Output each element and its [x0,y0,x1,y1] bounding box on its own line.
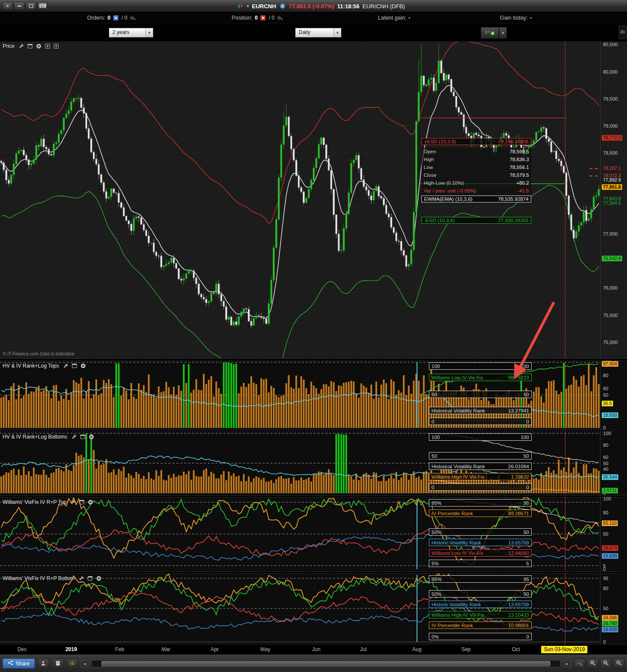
price-tag[interactable]: 78,772.3 [602,135,622,141]
timeframe-select[interactable]: Daily ▾ [295,28,341,37]
position-settings-icon[interactable] [277,15,283,21]
price-tag[interactable]: 97.504 [602,361,618,367]
panel-settings-wrench-icon[interactable] [63,363,69,369]
price-tag[interactable]: 2.5711 [602,488,618,493]
price-tag[interactable]: 18.659 [602,412,618,418]
ohlc-row: High-Low (0.10%)+80.2 [421,179,531,187]
time-axis-label: Jul [360,646,367,652]
indicator-axis[interactable]: 958050034.06628.78019.839 [600,574,627,644]
close-position-icon[interactable] [260,15,266,21]
indicator-panel-header: HV & IV Rank+Log Tops [3,363,87,369]
time-axis-label: Jun [312,646,320,652]
panel-settings-wrench-icon[interactable] [18,43,24,49]
symbol-dropdown-icon[interactable]: ▾ [247,4,249,8]
move-panel-up-icon[interactable] [53,43,59,49]
panel-window-icon[interactable] [27,43,33,49]
maximize-window-icon[interactable] [26,2,36,10]
scroll-left-icon[interactable]: ◂ [81,660,88,667]
panel-window-icon[interactable] [79,499,85,505]
price-info-box: +ESD (10,3,6)79,146.16906 Open78,599.5Hi… [421,138,531,224]
price-tag[interactable]: 26.544 [602,474,618,480]
edit-chart-icon[interactable] [574,658,585,669]
panel-close-icon[interactable] [88,434,94,440]
panel-title: Williams' VixFix IV R+P Bottom [3,575,75,581]
price-axis[interactable]: 80,50080,00079,50079,00078,50077,00076,0… [600,41,627,358]
titlebar-symbol-cluster: ▾ EURCNH 77,861.8 (-0.07%) 11:18:56 EUR/… [237,0,405,12]
panel-close-icon[interactable] [80,363,87,369]
price-tag[interactable]: 36.5 [602,401,613,406]
symbol-name[interactable]: EURCNH [252,3,276,10]
zoom-in-icon[interactable] [600,658,611,669]
panel-window-icon[interactable] [87,575,94,581]
ewma-row: EWMA(EMA) (10,3,6)78,535.92874 [421,196,531,203]
price-tag[interactable]: 28.674 [602,545,618,551]
minimize-window-icon[interactable] [14,2,24,10]
zoom-selection-icon[interactable] [587,658,598,669]
price-tag[interactable]: 77,861.8 [602,184,622,190]
zoom-out-icon[interactable] [613,658,624,669]
indicator-plot[interactable] [0,497,600,571]
orders-group: Orders: 0 / 0 [87,15,136,21]
time-axis-label: Feb [115,646,125,652]
time-axis-label: Oct [512,646,520,652]
share-button[interactable]: Share [3,658,35,669]
chart-style-buttons: ▾ [481,27,507,39]
price-tag[interactable]: 77,992.9 [602,177,622,183]
indicator-plot[interactable] [0,574,600,644]
panel-settings-wrench-icon[interactable] [71,434,77,440]
latent-gain-group: Latent gain: - [378,15,411,21]
axis-label: 80,000 [603,69,618,74]
price-tag[interactable]: 77,564.5 [602,200,622,206]
panel-close-icon[interactable] [88,499,94,505]
panel-settings-wrench-icon[interactable] [70,499,77,505]
panel-settings-wrench-icon[interactable] [78,575,85,581]
indicator-plot[interactable] [0,432,600,495]
positions-list-icon[interactable] [67,658,78,669]
add-chart-button[interactable] [481,27,499,39]
panel-title: Price [3,43,14,49]
statusbar: Orders: 0 / 0 Position: 0 / 0 Latent gai… [0,12,627,24]
time-axis-label: Sep [462,646,471,652]
panel-close-icon[interactable] [35,43,42,49]
profile-icon[interactable] [38,658,49,669]
chart-scrollbar[interactable] [91,660,560,667]
axis-label: 100 [603,431,611,436]
panel-window-icon[interactable] [79,434,86,440]
price-tag[interactable]: 19.839 [602,627,618,632]
indicator-axis[interactable]: 100806050097.50436.518.659 [600,361,627,430]
axis-label: 79,000 [603,123,618,128]
orders-settings-icon[interactable] [130,15,136,21]
scroll-right-icon[interactable]: ▸ [563,660,571,667]
quote-time: 11:18:56 [337,3,359,10]
time-axis-label: Dec [17,646,27,652]
indicator-axis[interactable]: 10080505065.11028.67419.839 [600,497,627,571]
chart-style-dropdown-icon[interactable]: ▾ [499,27,507,39]
indicator-panel-vixfix-bottom: 958050034.06628.78019.839 Williams' VixF… [0,574,627,644]
range-select[interactable]: 2 years ▾ [109,28,153,37]
report-icon[interactable] [52,658,64,669]
indicator-plot[interactable] [0,361,600,430]
instrument-pair: EUR/CNH (DFB) [363,3,405,10]
keyboard-icon[interactable] [37,2,48,10]
move-panel-down-icon[interactable] [44,43,51,49]
price-tag[interactable]: 34.066 [602,615,618,621]
position-label: Position: [232,15,253,21]
price-tag[interactable]: 78,207.1 [602,165,622,171]
right-panel-toggle-icon[interactable] [619,25,627,39]
price-tag[interactable]: 19.839 [602,553,618,559]
close-window-icon[interactable]: × [2,2,13,10]
price-tag[interactable]: 65.110 [602,520,618,526]
window-controls: × [0,2,48,10]
chart-scrollbar-thumb[interactable] [101,661,551,666]
panel-window-icon[interactable] [71,363,78,369]
price-tag[interactable]: 76,542.9 [602,256,622,261]
cancel-orders-icon[interactable] [113,15,119,21]
chart-toolbar: 2 years ▾ Daily ▾ ▾ [0,24,627,41]
ohlc-row: Var / prev. unit (-0.05%)-41.5 [421,187,531,195]
panel-close-icon[interactable] [96,575,102,581]
range-select-value: 2 years [109,28,145,37]
price-tag[interactable]: 28.780 [602,621,618,626]
indicator-axis[interactable]: 10080605040026.5442.5711 [600,432,627,495]
info-icon[interactable] [279,3,286,9]
time-axis[interactable]: Dec2019FebMarAprMayJunJulAugSepOctSun 03… [0,644,627,655]
